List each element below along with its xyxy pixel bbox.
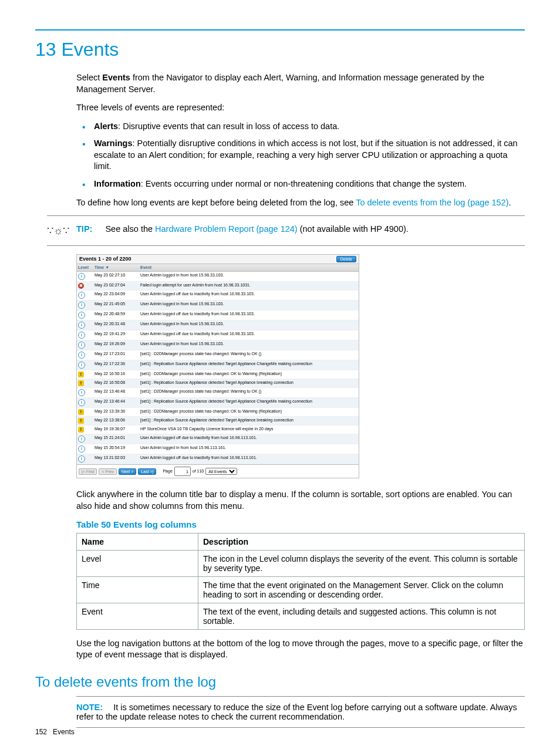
text: Select — [76, 73, 102, 82]
time-cell: May 22 13:39:36 — [93, 408, 139, 416]
level-cell: i — [77, 388, 93, 397]
info-icon: i — [78, 455, 85, 463]
list-item: Alerts: Disruptive events that can resul… — [76, 121, 525, 133]
event-cell: HP StoreOnce VSA 10 TB Capacity Licence … — [139, 426, 359, 434]
time-cell: May 22 16:50:16 — [93, 370, 139, 379]
event-row[interactable]: iMay 22 13:46:48[set1] : D2DManager proc… — [77, 388, 359, 398]
event-cell: Failed login attempt for user Admin from… — [139, 282, 359, 290]
event-cell: User Admin logged off due to inactivity … — [139, 291, 359, 300]
events-table-header[interactable]: Level Time ▼ Event — [77, 264, 359, 272]
col-level-header[interactable]: Level — [77, 264, 93, 271]
info-icon: i — [78, 332, 85, 339]
info-icon: i — [78, 362, 85, 369]
event-row[interactable]: iMay 22 19:41:29User Admin logged off du… — [77, 330, 359, 340]
level-cell: i — [77, 454, 93, 464]
delete-events-link[interactable]: To delete events from the log (page 152) — [356, 198, 508, 207]
warn-icon: ! — [78, 372, 84, 377]
info-icon: i — [78, 322, 85, 329]
time-cell: May 23 02:27:10 — [93, 272, 139, 281]
event-row[interactable]: iMay 15 20:54:19User Admin logged in fro… — [77, 444, 359, 454]
event-cell: User Admin logged off due to inactivity … — [139, 330, 359, 340]
time-cell: May 22 13:38:06 — [93, 417, 139, 425]
bullet-text: : Events occurring under normal or non-t… — [141, 179, 467, 188]
pager-page-input[interactable] — [174, 467, 191, 476]
level-cell: i — [77, 350, 93, 360]
event-row[interactable]: iMay 13 21:02:03User Admin logged off du… — [77, 454, 359, 464]
event-row[interactable]: iMay 15 21:24:01User Admin logged off du… — [77, 434, 359, 444]
level-cell: i — [77, 291, 93, 300]
event-row[interactable]: iMay 22 20:31:48User Admin logged in fro… — [77, 320, 359, 330]
events-count-title: Events 1 - 20 of 2200 — [79, 256, 131, 262]
event-row[interactable]: !May 22 16:50:08[set1] : Replication Sou… — [77, 379, 359, 388]
events-panel: Events 1 - 20 of 2200 Delete Level Time … — [76, 254, 359, 478]
level-cell: i — [77, 360, 93, 370]
cell-name: Level — [77, 550, 198, 576]
col-event-header[interactable]: Event — [139, 264, 359, 271]
event-row[interactable]: iMay 22 19:26:09User Admin logged in fro… — [77, 340, 359, 350]
info-icon: i — [78, 399, 85, 406]
pager-prev-button[interactable]: < Prev — [99, 468, 116, 475]
warn-icon: ! — [78, 409, 84, 415]
note-label: NOTE: — [76, 703, 103, 712]
pager-of-label: of 110 — [193, 469, 204, 474]
bullet-text: : Potentially disruptive conditions in w… — [94, 139, 518, 171]
event-cell: User Admin logged in from host 15.98.33.… — [139, 320, 359, 330]
event-row[interactable]: ✖May 23 02:27:04Failed login attempt for… — [77, 282, 359, 291]
pager-filter-select[interactable]: All Events — [205, 468, 237, 475]
pager-next-button[interactable]: Next > — [119, 468, 136, 475]
after-table-paragraph: Use the log navigation buttons at the bo… — [76, 638, 525, 661]
event-cell: [set1] : D2DManager process state has ch… — [139, 388, 359, 397]
time-cell: May 22 23:04:09 — [93, 291, 139, 300]
event-row[interactable]: !May 22 13:39:36[set1] : D2DManager proc… — [77, 408, 359, 417]
time-cell: May 19 19:36:07 — [93, 426, 139, 434]
list-item: Warnings: Potentially disruptive conditi… — [76, 138, 525, 173]
event-cell: User Admin logged off due to inactivity … — [139, 434, 359, 444]
event-row[interactable]: iMay 22 21:45:05User Admin logged in fro… — [77, 301, 359, 310]
event-row[interactable]: iMay 22 23:04:09User Admin logged off du… — [77, 291, 359, 301]
time-cell: May 22 20:48:59 — [93, 310, 139, 320]
time-cell: May 23 02:27:04 — [93, 282, 139, 290]
time-cell: May 13 21:02:03 — [93, 454, 139, 464]
events-pager: |< First < Prev Next > Last >| Page of 1… — [77, 464, 359, 478]
event-cell: User Admin logged in from host 15.98.33.… — [139, 272, 359, 281]
note-text: It is sometimes necessary to reduce the … — [76, 703, 517, 721]
level-cell: i — [77, 398, 93, 407]
bullet-label: Alerts — [94, 121, 118, 131]
page-title: 13 Events — [35, 39, 525, 60]
level-cell: i — [77, 434, 93, 444]
event-cell: [set1] : Replication Source Appliance de… — [139, 417, 359, 425]
events-table-body: iMay 23 02:27:10User Admin logged in fro… — [77, 272, 359, 464]
event-row[interactable]: !May 22 16:50:16[set1] : D2DManager proc… — [77, 370, 359, 379]
event-cell: User Admin logged in from host 15.98.33.… — [139, 301, 359, 310]
list-item: Information: Events occurring under norm… — [76, 178, 525, 190]
level-cell: i — [77, 320, 93, 330]
th-desc: Description — [198, 533, 525, 550]
level-cell: ! — [77, 408, 93, 416]
time-cell: May 22 13:46:44 — [93, 398, 139, 407]
delete-button[interactable]: Delete — [336, 256, 356, 262]
time-cell: May 15 20:54:19 — [93, 444, 139, 454]
event-row[interactable]: !May 22 13:38:06[set1] : Replication Sou… — [77, 417, 359, 426]
text: (not available with HP 4900). — [298, 224, 409, 234]
event-row[interactable]: iMay 22 13:46:44[set1] : Replication Sou… — [77, 398, 359, 408]
pager-last-button[interactable]: Last >| — [138, 468, 156, 475]
pager-first-button[interactable]: |< First — [79, 468, 97, 475]
event-row[interactable]: !May 19 19:36:07HP StoreOnce VSA 10 TB C… — [77, 426, 359, 434]
event-row[interactable]: iMay 22 20:48:59User Admin logged off du… — [77, 310, 359, 320]
event-cell: [set1] : Replication Source Appliance de… — [139, 398, 359, 407]
page-number: 152 — [35, 728, 47, 736]
section-heading: To delete events from the log — [35, 674, 525, 690]
cell-desc: The icon in the Level column displays th… — [198, 550, 525, 576]
hw-report-link[interactable]: Hardware Problem Report (page 124) — [155, 224, 298, 234]
events-bold: Events — [102, 73, 130, 82]
col-time-header[interactable]: Time ▼ — [93, 264, 139, 271]
page-footer: 152 Events — [35, 728, 75, 736]
event-row[interactable]: iMay 22 17:23:01[set1] : D2DManager proc… — [77, 350, 359, 360]
event-row[interactable]: iMay 22 17:22:36[set1] : Replication Sou… — [77, 360, 359, 370]
bullet-label: Information — [94, 179, 141, 188]
event-row[interactable]: iMay 23 02:27:10User Admin logged in fro… — [77, 272, 359, 282]
level-cell: ! — [77, 370, 93, 379]
level-cell: ✖ — [77, 282, 93, 290]
event-cell: [set1] : D2DManager process state has ch… — [139, 408, 359, 416]
level-cell: i — [77, 330, 93, 340]
